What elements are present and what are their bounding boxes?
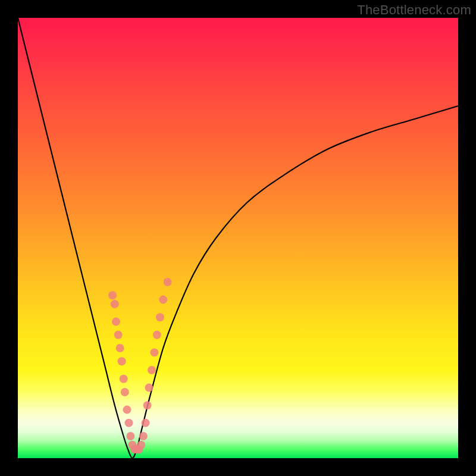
curve-svg	[18, 18, 458, 458]
marker-dot	[164, 278, 172, 286]
marker-dot	[142, 419, 150, 427]
marker-dot	[143, 401, 152, 409]
marker-dot	[145, 384, 154, 392]
chart-frame: TheBottleneck.com	[0, 0, 476, 476]
marker-dot	[116, 344, 124, 352]
marker-dot	[125, 419, 133, 427]
plot-area	[18, 18, 458, 458]
marker-dot	[121, 388, 129, 396]
marker-dot	[123, 406, 131, 414]
marker-dot	[111, 300, 119, 308]
marker-dot	[150, 348, 158, 356]
marker-dot	[108, 291, 117, 299]
marker-dot	[153, 331, 161, 339]
marker-dot	[139, 432, 148, 440]
marker-dot	[114, 331, 123, 339]
marker-dot	[156, 313, 164, 321]
marker-dot	[112, 318, 120, 326]
marker-dot	[126, 432, 134, 440]
bottleneck-curve	[18, 18, 458, 458]
marker-dot	[120, 375, 128, 383]
marker-dot	[118, 357, 126, 365]
marker-dot	[159, 296, 167, 304]
marker-dot	[148, 366, 156, 374]
watermark-text: TheBottleneck.com	[357, 2, 471, 18]
marker-dots	[108, 278, 172, 453]
marker-dot	[137, 441, 145, 449]
